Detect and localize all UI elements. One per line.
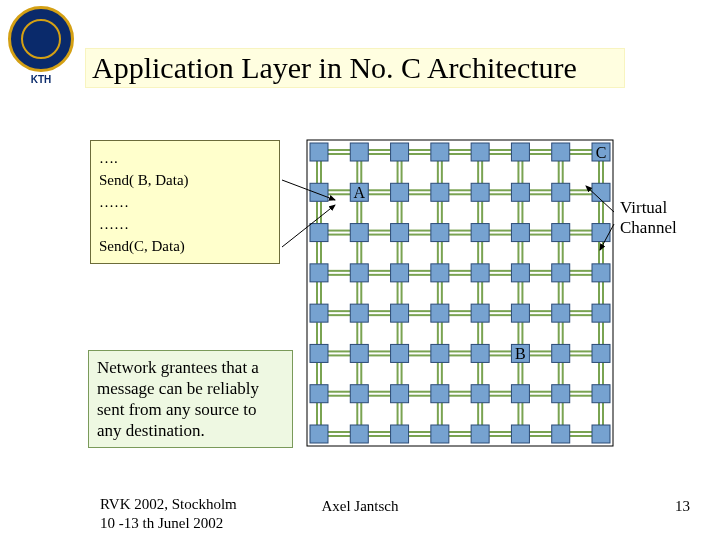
vc-label-line: Virtual — [620, 198, 667, 217]
logo-subtext: KTH — [6, 74, 76, 85]
svg-rect-231 — [552, 143, 570, 161]
crest-icon — [8, 6, 74, 72]
svg-rect-284 — [431, 425, 449, 443]
svg-rect-273 — [310, 385, 328, 403]
svg-rect-239 — [552, 183, 570, 201]
svg-rect-227 — [391, 143, 409, 161]
svg-rect-253 — [471, 264, 489, 282]
svg-rect-268 — [431, 344, 449, 362]
svg-rect-235 — [391, 183, 409, 201]
svg-rect-258 — [350, 304, 368, 322]
svg-rect-278 — [511, 385, 529, 403]
footer-author: Axel Jantsch — [0, 498, 720, 515]
callout-box: Network grantees that a message can be r… — [88, 350, 293, 448]
svg-rect-229 — [471, 143, 489, 161]
code-box: …. Send( B, Data) …… …… Send(C, Data) — [90, 140, 280, 264]
svg-rect-243 — [391, 224, 409, 242]
svg-rect-240 — [592, 183, 610, 201]
slide-title: Application Layer in No. C Architecture — [85, 48, 625, 88]
code-line: Send( B, Data) — [99, 169, 271, 191]
svg-rect-226 — [350, 143, 368, 161]
svg-rect-275 — [391, 385, 409, 403]
svg-rect-238 — [511, 183, 529, 201]
code-line: Send(C, Data) — [99, 235, 271, 257]
svg-text:A: A — [354, 184, 366, 201]
page-number: 13 — [675, 498, 690, 515]
svg-text:C: C — [596, 144, 607, 161]
svg-rect-279 — [552, 385, 570, 403]
slide: KTH Application Layer in No. C Architect… — [0, 0, 720, 540]
svg-rect-256 — [592, 264, 610, 282]
svg-rect-287 — [552, 425, 570, 443]
svg-rect-254 — [511, 264, 529, 282]
svg-rect-236 — [431, 183, 449, 201]
virtual-channel-label: Virtual Channel — [620, 198, 677, 238]
svg-rect-247 — [552, 224, 570, 242]
svg-rect-241 — [310, 224, 328, 242]
svg-rect-267 — [391, 344, 409, 362]
svg-rect-252 — [431, 264, 449, 282]
svg-rect-250 — [350, 264, 368, 282]
code-line: …. — [99, 147, 271, 169]
svg-rect-246 — [511, 224, 529, 242]
svg-text:B: B — [515, 345, 526, 362]
svg-rect-249 — [310, 264, 328, 282]
svg-rect-282 — [350, 425, 368, 443]
svg-rect-269 — [471, 344, 489, 362]
svg-rect-271 — [552, 344, 570, 362]
svg-rect-242 — [350, 224, 368, 242]
svg-rect-233 — [310, 183, 328, 201]
svg-rect-228 — [431, 143, 449, 161]
svg-rect-283 — [391, 425, 409, 443]
svg-rect-266 — [350, 344, 368, 362]
svg-rect-237 — [471, 183, 489, 201]
svg-rect-255 — [552, 264, 570, 282]
svg-rect-264 — [592, 304, 610, 322]
svg-rect-257 — [310, 304, 328, 322]
vc-label-line: Channel — [620, 218, 677, 237]
svg-rect-225 — [310, 143, 328, 161]
svg-rect-248 — [592, 224, 610, 242]
footer-dates-line: 10 -13 th Junel 2002 — [100, 515, 223, 531]
svg-rect-281 — [310, 425, 328, 443]
svg-rect-265 — [310, 344, 328, 362]
svg-rect-261 — [471, 304, 489, 322]
svg-rect-274 — [350, 385, 368, 403]
code-line: …… — [99, 191, 271, 213]
svg-rect-245 — [471, 224, 489, 242]
code-line: …… — [99, 213, 271, 235]
svg-rect-259 — [391, 304, 409, 322]
svg-rect-230 — [511, 143, 529, 161]
noc-mesh: A B C — [305, 138, 615, 448]
kth-logo: KTH — [6, 6, 76, 85]
svg-rect-285 — [471, 425, 489, 443]
svg-rect-263 — [552, 304, 570, 322]
svg-rect-262 — [511, 304, 529, 322]
svg-rect-260 — [431, 304, 449, 322]
svg-rect-288 — [592, 425, 610, 443]
svg-rect-276 — [431, 385, 449, 403]
svg-rect-277 — [471, 385, 489, 403]
svg-rect-251 — [391, 264, 409, 282]
svg-rect-286 — [511, 425, 529, 443]
svg-rect-280 — [592, 385, 610, 403]
svg-rect-244 — [431, 224, 449, 242]
svg-rect-272 — [592, 344, 610, 362]
